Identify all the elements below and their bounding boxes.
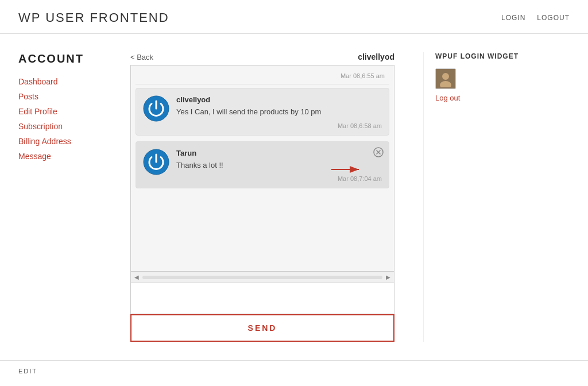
message-body-1: clivellyod Yes I Can, I will send the pr… (176, 95, 382, 129)
logout-link-widget[interactable]: Log out (435, 94, 538, 102)
login-link[interactable]: LOGIN (501, 14, 525, 22)
message-sender-2: Tarun (176, 149, 382, 157)
message-input[interactable] (131, 283, 394, 312)
widget-title: WPUF LOGIN WIDGET (435, 52, 538, 60)
sidebar-item-message[interactable]: Message (18, 150, 113, 162)
close-message-button[interactable] (373, 146, 384, 158)
sidebar-item-billing-address[interactable]: Billing Address (18, 136, 113, 147)
send-button-container: SEND (130, 314, 394, 342)
sidebar-section-title: ACCOUNT (18, 52, 113, 65)
message-sender-1: clivellyod (176, 95, 382, 104)
horizontal-scrollbar[interactable]: ◀ ▶ (130, 272, 394, 283)
chat-window[interactable]: Mar 08,6:55 am clivellyod (130, 65, 394, 272)
message-bubble-2: Tarun Thanks a lot !! Mar 08,7:04 am (136, 141, 389, 189)
content-area: < Back clivellyod Mar 08,6:55 am (113, 52, 412, 342)
footer-edit-label: EDIT (18, 368, 37, 375)
right-widget: WPUF LOGIN WIDGET Log out (423, 52, 538, 342)
header-nav: LOGIN LOGOUT (501, 14, 570, 22)
site-footer: EDIT (0, 360, 588, 381)
message-bubble-1: clivellyod Yes I Can, I will send the pr… (136, 88, 389, 136)
sidebar-item-edit-profile[interactable]: Edit Profile (18, 106, 113, 117)
avatar-1 (143, 95, 169, 123)
widget-user (435, 68, 538, 89)
svg-point-8 (442, 73, 449, 80)
message-time-1: Mar 08,6:58 am (176, 122, 382, 129)
sidebar: ACCOUNT Dashboard Posts Edit Profile Sub… (18, 52, 113, 342)
scroll-right-arrow[interactable]: ▶ (386, 274, 390, 280)
main-layout: ACCOUNT Dashboard Posts Edit Profile Sub… (0, 34, 588, 360)
sidebar-item-subscription[interactable]: Subscription (18, 121, 113, 132)
timestamp-top: Mar 08,6:55 am (136, 70, 389, 84)
avatar-2 (143, 149, 169, 177)
site-header: WP USER FRONTEND LOGIN LOGOUT (0, 0, 588, 34)
chat-recipient-name: clivellyod (358, 52, 394, 61)
send-button[interactable]: SEND (130, 314, 394, 342)
message-text-2: Thanks a lot !! (176, 160, 382, 171)
message-time-2: Mar 08,7:04 am (176, 175, 382, 182)
logout-link-header[interactable]: LOGOUT (537, 14, 570, 22)
message-body-2: Tarun Thanks a lot !! Mar 08,7:04 am (176, 149, 382, 183)
sidebar-item-dashboard[interactable]: Dashboard (18, 76, 113, 87)
message-input-area[interactable] (130, 283, 394, 314)
sidebar-item-posts[interactable]: Posts (18, 91, 113, 102)
message-inner-2: Tarun Thanks a lot !! Mar 08,7:04 am (143, 149, 382, 183)
site-title: WP USER FRONTEND (18, 10, 169, 25)
message-text-1: Yes I Can, I will send the products by 1… (176, 106, 382, 118)
chat-scroll-area: Mar 08,6:55 am clivellyod (131, 65, 394, 199)
user-avatar (435, 68, 456, 89)
back-button[interactable]: < Back (130, 53, 153, 61)
chat-header: < Back clivellyod (130, 52, 394, 61)
scroll-left-arrow[interactable]: ◀ (134, 274, 139, 280)
message-inner-1: clivellyod Yes I Can, I will send the pr… (143, 95, 382, 129)
sidebar-nav: Dashboard Posts Edit Profile Subscriptio… (18, 76, 113, 162)
scroll-thumb[interactable] (142, 276, 382, 279)
